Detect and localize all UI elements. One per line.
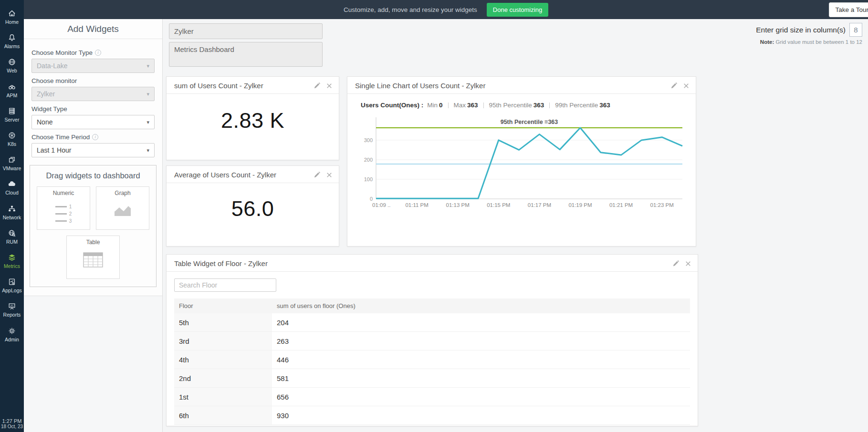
close-icon[interactable] [326,83,332,89]
app-sidebar: Home Alarms Web APM Server K8s VMware Cl… [0,0,24,432]
average-users-value: 56.0 [167,196,339,221]
stat-99th-percentile: 99th Percentile363 [555,102,610,109]
admin-icon [8,327,16,335]
sum-cell: 656 [272,388,690,406]
sidebar-item-label: Admin [5,337,19,342]
search-floor-input[interactable] [174,278,276,292]
floor-cell: 5th [174,313,272,332]
x-tick-label: 01:13 PM [446,202,470,208]
stat-95th-percentile: 95th Percentile363 [489,102,544,109]
add-widgets-column: Add Widgets Choose Monitor Type i Data-L… [24,19,163,432]
chevron-down-icon: ▾ [146,147,149,154]
graph-widget-icon [113,203,132,217]
add-widgets-title: Add Widgets [24,19,162,39]
network-icon [8,205,16,213]
dashboard-name-input[interactable] [169,23,323,39]
chart-stats-row: Users Count(Ones) : Min0 Max363 95th Per… [361,102,696,109]
table-row: 4th446 [174,350,690,369]
table-row: 3rd263 [174,332,690,350]
clock-time: 1:27 PM [0,418,24,424]
sidebar-item-home[interactable]: Home [0,5,24,29]
widget-title: Average of Users Count - Zylker [174,171,314,179]
k8s-icon [8,131,16,140]
monitor-type-select[interactable]: Data-Lake ▾ [31,59,155,73]
sidebar-item-label: Network [3,215,21,220]
edit-icon[interactable] [314,172,320,178]
sidebar-item-label: Home [5,19,19,25]
y-tick-label: 200 [364,157,373,163]
x-tick-label: 01:19 PM [568,202,592,208]
numeric-widget-card[interactable]: Numeric 1 2 3 [37,186,90,230]
edit-icon[interactable] [314,82,320,89]
sum-cell: 446 [272,350,690,369]
widget-type-select[interactable]: None ▾ [31,115,155,129]
sidebar-item-admin[interactable]: Admin [0,322,24,346]
home-icon [8,9,16,18]
sidebar-item-apm[interactable]: APM [0,78,24,103]
take-a-tour-button[interactable]: Take a Tour [829,2,868,17]
alarms-icon [8,33,16,42]
close-icon[interactable] [326,172,332,178]
users-count-line-chart: 010020030095th Percentile =36301:09 ..01… [359,112,685,212]
widget-type-value: None [37,118,52,126]
sidebar-item-label: AppLogs [2,288,21,293]
drag-widgets-section: Drag widgets to dashboard Numeric 1 2 3 … [30,165,157,287]
sidebar-item-network[interactable]: Network [0,200,24,225]
y-tick-label: 0 [370,196,373,202]
average-users-widget: Average of Users Count - Zylker 56.0 [166,165,339,247]
done-customizing-button[interactable]: Done customizing [487,3,548,17]
monitor-type-value: Data-Lake [37,62,68,70]
chevron-down-icon: ▾ [146,91,149,97]
reports-icon [8,302,16,310]
sidebar-item-k8s[interactable]: K8s [0,127,24,151]
floor-cell: 1st [174,388,272,406]
floor-cell: 2nd [174,369,272,388]
sidebar-item-label: Cloud [5,190,18,195]
x-tick-label: 01:15 PM [487,202,510,208]
x-tick-label: 01:17 PM [528,202,551,208]
floor-cell: 6th [174,406,272,425]
table-widget-card[interactable]: Table [66,236,120,279]
edit-icon[interactable] [671,82,677,89]
sidebar-item-label: VMware [3,165,21,171]
sidebar-item-rum[interactable]: RUM [0,225,24,249]
sidebar-item-cloud[interactable]: Cloud [0,175,24,200]
column-header-sum: sum of users on floor (Ones) [272,298,690,313]
sidebar-item-reports[interactable]: Reports [0,298,24,322]
sum-cell: 204 [272,313,690,332]
sidebar-item-label: RUM [6,239,18,245]
sidebar-item-label: Reports [3,312,21,318]
monitor-select[interactable]: Zylker ▾ [31,87,155,101]
floor-table-widget: Table Widget of Floor - Zylker Floor sum… [166,254,698,426]
choose-monitor-label: Choose monitor [31,77,77,84]
sidebar-clock: 1:27 PM 18 Oct, 23 [0,418,24,429]
close-icon[interactable] [685,261,691,267]
sidebar-item-web[interactable]: Web [0,53,24,78]
vmware-icon [8,155,16,164]
y-tick-label: 300 [364,137,373,143]
sidebar-item-metrics[interactable]: Metrics [0,249,24,273]
sum-cell: 930 [272,406,690,425]
edit-icon[interactable] [673,260,679,267]
dashboard-description-input[interactable]: Metrics Dashboard [169,42,323,67]
close-icon[interactable] [683,83,689,89]
widget-type-label: Widget Type [31,105,67,113]
chart-title: 95th Percentile =363 [501,119,558,125]
rum-icon [8,229,16,237]
sidebar-item-vmware[interactable]: VMware [0,151,24,175]
grid-size-input[interactable] [849,23,862,37]
add-widgets-panel: Add Widgets Choose Monitor Type i Data-L… [24,19,162,296]
floor-cell: 4th [174,350,272,369]
table-widget-icon [83,252,103,267]
sidebar-item-alarms[interactable]: Alarms [0,29,24,53]
time-period-select[interactable]: Last 1 Hour ▾ [31,143,155,157]
sidebar-item-label: APM [7,93,18,98]
sidebar-item-server[interactable]: Server [0,103,24,127]
graph-card-label: Graph [115,190,130,196]
time-period-value: Last 1 Hour [37,146,71,154]
sum-users-widget: sum of Users Count - Zylker 2.83 K [166,76,339,160]
widget-title: Table Widget of Floor - Zylker [174,259,673,267]
clock-date: 18 Oct, 23 [0,424,24,429]
sidebar-item-applogs[interactable]: AppLogs [0,273,24,298]
graph-widget-card[interactable]: Graph [96,186,149,230]
